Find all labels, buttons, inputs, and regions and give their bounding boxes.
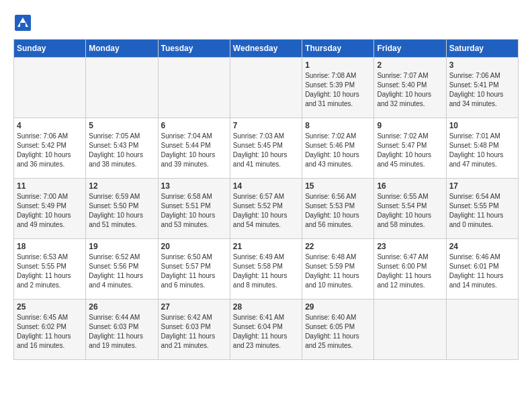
day-info: Sunrise: 6:57 AM Sunset: 5:52 PM Dayligh…: [233, 192, 299, 230]
header-day-saturday: Saturday: [446, 40, 518, 58]
calendar-day-14: 14Sunrise: 6:57 AM Sunset: 5:52 PM Dayli…: [230, 179, 302, 239]
day-info: Sunrise: 6:59 AM Sunset: 5:50 PM Dayligh…: [89, 192, 154, 230]
header-day-thursday: Thursday: [302, 40, 374, 58]
day-number: 21: [233, 242, 299, 251]
day-info: Sunrise: 6:46 AM Sunset: 6:01 PM Dayligh…: [449, 253, 515, 290]
day-number: 18: [17, 242, 83, 251]
calendar-day-10: 10Sunrise: 7:01 AM Sunset: 5:48 PM Dayli…: [446, 118, 518, 179]
calendar-day-18: 18Sunrise: 6:53 AM Sunset: 5:55 PM Dayli…: [14, 239, 86, 300]
day-info: Sunrise: 6:42 AM Sunset: 6:03 PM Dayligh…: [161, 313, 227, 351]
calendar-week-3: 11Sunrise: 7:00 AM Sunset: 5:49 PM Dayli…: [14, 179, 519, 239]
calendar-day-6: 6Sunrise: 7:04 AM Sunset: 5:44 PM Daylig…: [158, 118, 230, 179]
day-info: Sunrise: 7:03 AM Sunset: 5:45 PM Dayligh…: [233, 132, 299, 169]
day-number: 7: [233, 121, 299, 130]
calendar-day-1: 1Sunrise: 7:08 AM Sunset: 5:39 PM Daylig…: [302, 58, 374, 118]
calendar-week-5: 25Sunrise: 6:45 AM Sunset: 6:02 PM Dayli…: [14, 300, 519, 360]
day-number: 17: [449, 181, 515, 191]
day-number: 1: [305, 60, 371, 70]
logo: [13, 13, 35, 32]
day-info: Sunrise: 6:54 AM Sunset: 5:55 PM Dayligh…: [449, 192, 515, 230]
day-info: Sunrise: 6:56 AM Sunset: 5:53 PM Dayligh…: [305, 192, 371, 230]
calendar-day-16: 16Sunrise: 6:55 AM Sunset: 5:54 PM Dayli…: [374, 179, 446, 239]
day-number: 14: [233, 181, 299, 191]
empty-cell: [374, 300, 446, 360]
day-info: Sunrise: 7:02 AM Sunset: 5:47 PM Dayligh…: [377, 132, 443, 169]
empty-cell: [230, 58, 302, 118]
day-info: Sunrise: 6:47 AM Sunset: 6:00 PM Dayligh…: [377, 253, 443, 290]
day-number: 19: [89, 242, 154, 251]
logo-icon: [13, 13, 32, 32]
calendar-week-4: 18Sunrise: 6:53 AM Sunset: 5:55 PM Dayli…: [14, 239, 519, 300]
page-header: [13, 13, 519, 32]
day-number: 3: [449, 60, 515, 70]
day-number: 11: [17, 181, 83, 191]
calendar-table: SundayMondayTuesdayWednesdayThursdayFrid…: [13, 39, 519, 360]
day-info: Sunrise: 6:52 AM Sunset: 5:56 PM Dayligh…: [89, 253, 154, 290]
day-info: Sunrise: 6:49 AM Sunset: 5:58 PM Dayligh…: [233, 253, 299, 290]
calendar-header: SundayMondayTuesdayWednesdayThursdayFrid…: [14, 40, 519, 58]
day-number: 6: [161, 121, 227, 130]
calendar-day-20: 20Sunrise: 6:50 AM Sunset: 5:57 PM Dayli…: [158, 239, 230, 300]
day-number: 12: [89, 181, 154, 191]
calendar-week-2: 4Sunrise: 7:06 AM Sunset: 5:42 PM Daylig…: [14, 118, 519, 179]
day-info: Sunrise: 6:53 AM Sunset: 5:55 PM Dayligh…: [17, 253, 83, 290]
day-number: 4: [17, 121, 83, 130]
svg-rect-2: [20, 23, 26, 27]
day-info: Sunrise: 6:50 AM Sunset: 5:57 PM Dayligh…: [161, 253, 227, 290]
day-info: Sunrise: 7:08 AM Sunset: 5:39 PM Dayligh…: [305, 71, 371, 109]
calendar-day-15: 15Sunrise: 6:56 AM Sunset: 5:53 PM Dayli…: [302, 179, 374, 239]
header-day-sunday: Sunday: [14, 40, 86, 58]
day-info: Sunrise: 6:44 AM Sunset: 6:03 PM Dayligh…: [89, 313, 154, 351]
header-day-wednesday: Wednesday: [230, 40, 302, 58]
day-info: Sunrise: 6:40 AM Sunset: 6:05 PM Dayligh…: [305, 313, 371, 351]
calendar-day-29: 29Sunrise: 6:40 AM Sunset: 6:05 PM Dayli…: [302, 300, 374, 360]
header-day-monday: Monday: [86, 40, 158, 58]
calendar-day-12: 12Sunrise: 6:59 AM Sunset: 5:50 PM Dayli…: [86, 179, 158, 239]
header-row: SundayMondayTuesdayWednesdayThursdayFrid…: [14, 40, 519, 58]
calendar-day-9: 9Sunrise: 7:02 AM Sunset: 5:47 PM Daylig…: [374, 118, 446, 179]
calendar-day-24: 24Sunrise: 6:46 AM Sunset: 6:01 PM Dayli…: [446, 239, 518, 300]
calendar-day-22: 22Sunrise: 6:48 AM Sunset: 5:59 PM Dayli…: [302, 239, 374, 300]
day-info: Sunrise: 7:04 AM Sunset: 5:44 PM Dayligh…: [161, 132, 227, 169]
calendar-day-7: 7Sunrise: 7:03 AM Sunset: 5:45 PM Daylig…: [230, 118, 302, 179]
calendar-day-23: 23Sunrise: 6:47 AM Sunset: 6:00 PM Dayli…: [374, 239, 446, 300]
day-number: 16: [377, 181, 443, 191]
day-number: 5: [89, 121, 154, 130]
day-info: Sunrise: 7:02 AM Sunset: 5:46 PM Dayligh…: [305, 132, 371, 169]
day-number: 24: [449, 242, 515, 251]
empty-cell: [86, 58, 158, 118]
calendar-day-17: 17Sunrise: 6:54 AM Sunset: 5:55 PM Dayli…: [446, 179, 518, 239]
calendar-day-19: 19Sunrise: 6:52 AM Sunset: 5:56 PM Dayli…: [86, 239, 158, 300]
calendar-body: 1Sunrise: 7:08 AM Sunset: 5:39 PM Daylig…: [14, 58, 519, 360]
day-info: Sunrise: 6:58 AM Sunset: 5:51 PM Dayligh…: [161, 192, 227, 230]
day-number: 27: [161, 302, 227, 312]
day-info: Sunrise: 7:05 AM Sunset: 5:43 PM Dayligh…: [89, 132, 154, 169]
header-day-friday: Friday: [374, 40, 446, 58]
calendar-day-13: 13Sunrise: 6:58 AM Sunset: 5:51 PM Dayli…: [158, 179, 230, 239]
day-info: Sunrise: 7:06 AM Sunset: 5:41 PM Dayligh…: [449, 71, 515, 109]
day-number: 13: [161, 181, 227, 191]
calendar-day-28: 28Sunrise: 6:41 AM Sunset: 6:04 PM Dayli…: [230, 300, 302, 360]
day-info: Sunrise: 6:48 AM Sunset: 5:59 PM Dayligh…: [305, 253, 371, 290]
calendar-day-8: 8Sunrise: 7:02 AM Sunset: 5:46 PM Daylig…: [302, 118, 374, 179]
header-day-tuesday: Tuesday: [158, 40, 230, 58]
day-info: Sunrise: 7:07 AM Sunset: 5:40 PM Dayligh…: [377, 71, 443, 109]
day-info: Sunrise: 6:45 AM Sunset: 6:02 PM Dayligh…: [17, 313, 83, 351]
calendar-day-11: 11Sunrise: 7:00 AM Sunset: 5:49 PM Dayli…: [14, 179, 86, 239]
calendar-week-1: 1Sunrise: 7:08 AM Sunset: 5:39 PM Daylig…: [14, 58, 519, 118]
day-info: Sunrise: 6:41 AM Sunset: 6:04 PM Dayligh…: [233, 313, 299, 351]
day-number: 22: [305, 242, 371, 251]
empty-cell: [14, 58, 86, 118]
day-number: 20: [161, 242, 227, 251]
calendar-day-21: 21Sunrise: 6:49 AM Sunset: 5:58 PM Dayli…: [230, 239, 302, 300]
day-number: 15: [305, 181, 371, 191]
empty-cell: [158, 58, 230, 118]
day-number: 10: [449, 121, 515, 130]
calendar-day-26: 26Sunrise: 6:44 AM Sunset: 6:03 PM Dayli…: [86, 300, 158, 360]
day-number: 29: [305, 302, 371, 312]
day-info: Sunrise: 6:55 AM Sunset: 5:54 PM Dayligh…: [377, 192, 443, 230]
day-number: 2: [377, 60, 443, 70]
day-info: Sunrise: 7:01 AM Sunset: 5:48 PM Dayligh…: [449, 132, 515, 169]
day-number: 23: [377, 242, 443, 251]
day-number: 26: [89, 302, 154, 312]
